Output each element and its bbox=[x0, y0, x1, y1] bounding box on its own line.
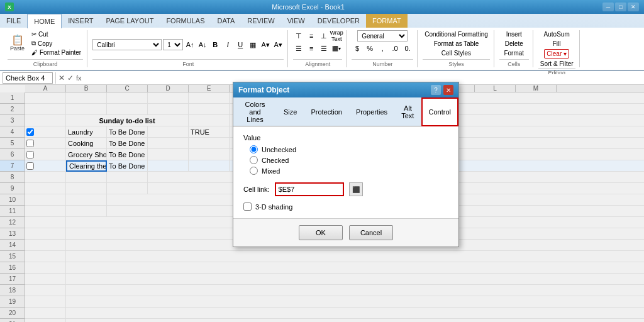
insert-button[interactable]: Insert bbox=[504, 30, 524, 38]
tab-protection[interactable]: Protection bbox=[304, 97, 349, 126]
radio-checked[interactable]: Checked bbox=[250, 156, 448, 164]
font-name-select[interactable]: Calibri bbox=[92, 39, 162, 50]
cell-a21[interactable] bbox=[25, 319, 66, 322]
percent-button[interactable]: % bbox=[364, 43, 375, 54]
cell-a12[interactable] bbox=[25, 217, 66, 228]
border-button[interactable]: ▦ bbox=[247, 39, 258, 50]
cell-e4[interactable]: TRUE bbox=[189, 126, 230, 138]
cell-link-input[interactable] bbox=[275, 182, 344, 196]
wrap-text-button[interactable]: Wrap Text bbox=[331, 30, 342, 42]
tab-home[interactable]: HOME bbox=[27, 14, 62, 28]
clear-button[interactable]: Clear ▾ bbox=[544, 49, 569, 58]
cell-a14[interactable] bbox=[25, 240, 66, 251]
cell-c8[interactable] bbox=[107, 172, 148, 183]
cell-d1[interactable] bbox=[148, 92, 189, 104]
bold-button[interactable]: B bbox=[209, 39, 221, 50]
cell-b8[interactable] bbox=[66, 172, 107, 183]
cell-c6[interactable]: To Be Done bbox=[107, 149, 148, 160]
cell-c7[interactable]: To Be Done bbox=[107, 160, 148, 172]
fill-color-button[interactable]: A▾ bbox=[260, 39, 271, 50]
format-table-button[interactable]: Format as Table bbox=[432, 40, 481, 48]
cell-c1[interactable] bbox=[107, 92, 148, 104]
copy-button[interactable]: ⧉ Copy bbox=[30, 39, 83, 48]
cancel-button[interactable]: Cancel bbox=[349, 225, 393, 240]
tab-control[interactable]: Control bbox=[421, 97, 458, 126]
minimize-button[interactable]: ─ bbox=[602, 3, 614, 11]
cancel-formula-icon[interactable]: ✕ bbox=[58, 74, 65, 82]
cell-b5[interactable]: Cooking bbox=[66, 138, 107, 149]
insert-function-icon[interactable]: fx bbox=[76, 74, 82, 82]
tab-colors-lines[interactable]: Colors and Lines bbox=[233, 97, 277, 126]
dialog-help-button[interactable]: ? bbox=[431, 85, 441, 95]
cell-a15[interactable] bbox=[25, 251, 66, 262]
cell-e7[interactable] bbox=[189, 160, 230, 172]
cell-c4[interactable]: To Be Done bbox=[107, 126, 148, 138]
align-bottom-button[interactable]: ⊥ bbox=[318, 30, 330, 42]
cell-e1[interactable] bbox=[189, 92, 230, 104]
font-grow-button[interactable]: A↑ bbox=[184, 39, 196, 50]
currency-button[interactable]: $ bbox=[352, 43, 363, 54]
tab-alt-text[interactable]: Alt Text bbox=[394, 97, 421, 126]
formula-input[interactable] bbox=[84, 74, 641, 82]
align-top-button[interactable]: ⊤ bbox=[293, 30, 304, 42]
tab-formulas[interactable]: FORMULAS bbox=[160, 14, 211, 28]
checkbox-3d-shading[interactable] bbox=[243, 203, 252, 211]
cell-a16[interactable] bbox=[25, 262, 66, 274]
cell-a9[interactable] bbox=[25, 183, 66, 194]
cell-e6[interactable] bbox=[189, 149, 230, 160]
cell-a13[interactable] bbox=[25, 228, 66, 240]
tab-page-layout[interactable]: PAGE LAYOUT bbox=[99, 14, 160, 28]
cell-a6[interactable] bbox=[25, 149, 66, 160]
confirm-formula-icon[interactable]: ✓ bbox=[67, 74, 74, 82]
cut-button[interactable]: ✂ Cut bbox=[30, 30, 83, 38]
cell-b11[interactable] bbox=[66, 206, 107, 217]
radio-checked-input[interactable] bbox=[250, 156, 258, 164]
cell-b10[interactable] bbox=[66, 194, 107, 206]
cell-a2[interactable] bbox=[25, 104, 66, 115]
tab-format[interactable]: FORMAT bbox=[366, 14, 408, 28]
cell-a18[interactable] bbox=[25, 285, 66, 296]
tab-view[interactable]: VIEW bbox=[281, 14, 311, 28]
format-painter-button[interactable]: 🖌 Format Painter bbox=[30, 48, 83, 57]
tab-properties[interactable]: Properties bbox=[349, 97, 394, 126]
cell-a11[interactable] bbox=[25, 206, 66, 217]
conditional-formatting-button[interactable]: Conditional Formatting bbox=[423, 30, 490, 38]
cell-b4[interactable]: Laundry bbox=[66, 126, 107, 138]
cell-link-browse-button[interactable]: ⬛ bbox=[349, 182, 363, 196]
checkbox-cooking[interactable] bbox=[26, 140, 34, 147]
italic-button[interactable]: I bbox=[222, 39, 233, 50]
cell-a20[interactable] bbox=[25, 308, 66, 319]
cell-e5[interactable] bbox=[189, 138, 230, 149]
delete-button[interactable]: Delete bbox=[503, 40, 525, 48]
dialog-close-button[interactable]: ✕ bbox=[443, 85, 453, 95]
radio-mixed-input[interactable] bbox=[250, 167, 258, 175]
cell-b9[interactable] bbox=[66, 183, 107, 194]
underline-button[interactable]: U bbox=[235, 39, 246, 50]
close-button[interactable]: ✕ bbox=[628, 3, 639, 11]
cell-d6[interactable] bbox=[148, 149, 189, 160]
cell-a4[interactable] bbox=[25, 126, 66, 138]
tab-data[interactable]: DATA bbox=[211, 14, 242, 28]
cell-b3[interactable]: Sunday to-do list bbox=[66, 115, 189, 126]
format-button[interactable]: Format bbox=[502, 49, 526, 57]
number-format-select[interactable]: General bbox=[357, 30, 408, 42]
cell-c5[interactable]: To Be Done bbox=[107, 138, 148, 149]
cell-a3[interactable] bbox=[25, 115, 66, 126]
align-right-button[interactable]: ☰ bbox=[318, 43, 330, 54]
cell-a10[interactable] bbox=[25, 194, 66, 206]
radio-unchecked[interactable]: Unchecked bbox=[250, 145, 448, 153]
title-controls[interactable]: ─ □ ✕ bbox=[602, 3, 639, 11]
ok-button[interactable]: OK bbox=[299, 225, 343, 240]
cell-c2[interactable] bbox=[107, 104, 148, 115]
decrease-decimal-button[interactable]: 0. bbox=[402, 43, 413, 54]
fill-button[interactable]: Fill bbox=[551, 40, 563, 48]
tab-review[interactable]: REVIEW bbox=[241, 14, 280, 28]
font-size-select[interactable]: 11 bbox=[163, 39, 183, 50]
cell-e2[interactable] bbox=[189, 104, 230, 115]
tab-size[interactable]: Size bbox=[277, 97, 304, 126]
cell-d5[interactable] bbox=[148, 138, 189, 149]
cell-b1[interactable] bbox=[66, 92, 107, 104]
align-left-button[interactable]: ☰ bbox=[293, 43, 304, 54]
tab-developer[interactable]: DEVELOPER bbox=[311, 14, 366, 28]
autosum-button[interactable]: AutoSum bbox=[542, 30, 572, 38]
